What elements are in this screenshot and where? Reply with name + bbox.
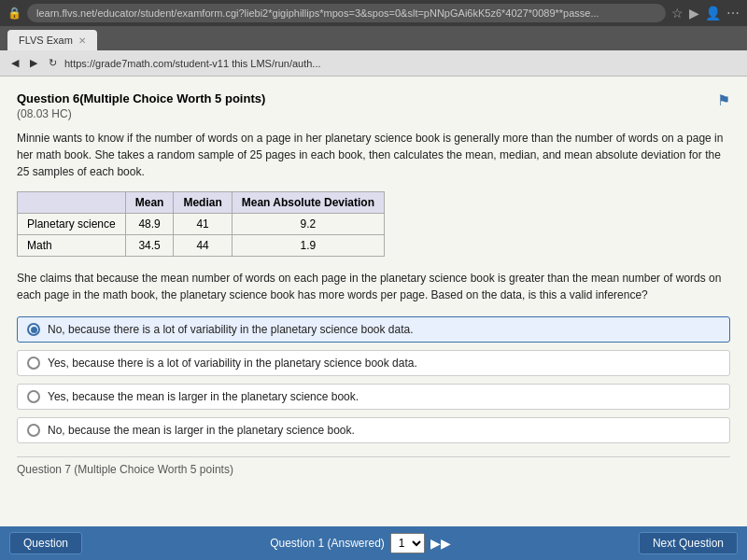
table-header-mad: Mean Absolute Deviation bbox=[232, 192, 384, 214]
table-cell-math-label: Math bbox=[18, 235, 126, 257]
question-select[interactable]: 1 bbox=[390, 533, 425, 553]
table-header-blank bbox=[18, 192, 126, 214]
profile-icon[interactable]: 👤 bbox=[705, 6, 721, 21]
next-question-btn[interactable]: Next Question bbox=[639, 532, 738, 554]
radio-b bbox=[27, 357, 40, 370]
bottom-center: Question 1 (Answered) 1 ▶▶ bbox=[270, 533, 451, 553]
pagination-icon: ▶▶ bbox=[430, 536, 451, 551]
browser-action-icons: ☆ ▶ 👤 ⋯ bbox=[671, 6, 740, 21]
question-type: (Multiple Choice Worth 5 points) bbox=[79, 91, 265, 105]
nav-url-text: https://grade7math.com/student-v11 this … bbox=[64, 58, 740, 69]
answer-text-c: Yes, because the mean is larger in the p… bbox=[48, 390, 359, 403]
table-cell-math-mad: 1.9 bbox=[232, 235, 384, 257]
table-cell-math-median: 44 bbox=[174, 235, 232, 257]
browser-chrome: 🔒 learn.flvs.net/educator/student/examfo… bbox=[0, 0, 747, 26]
question7-text: Question 7 (Multiple Choice Worth 5 poin… bbox=[17, 463, 233, 476]
table-cell-planetary-mad: 9.2 bbox=[232, 214, 384, 235]
back-btn[interactable]: ◀ bbox=[7, 55, 22, 71]
table-header-median: Median bbox=[174, 192, 232, 214]
bottom-bar: Question Question 1 (Answered) 1 ▶▶ Next… bbox=[0, 526, 747, 560]
question-subheader: (08.03 HC) bbox=[17, 107, 730, 120]
menu-icon[interactable]: ⋯ bbox=[726, 6, 740, 21]
nav-bar: ◀ ▶ ↻ https://grade7math.com/student-v11… bbox=[0, 50, 747, 77]
table-row-planetary: Planetary science 48.9 41 9.2 bbox=[18, 214, 385, 235]
radio-d bbox=[27, 424, 40, 437]
refresh-btn[interactable]: ↻ bbox=[45, 55, 61, 71]
browser-icon-lock: 🔒 bbox=[7, 7, 21, 20]
table-cell-math-mean: 34.5 bbox=[125, 235, 174, 257]
table-row-math: Math 34.5 44 1.9 bbox=[18, 235, 385, 257]
answer-choice-b[interactable]: Yes, because there is a lot of variabili… bbox=[17, 350, 730, 376]
url-text: learn.flvs.net/educator/student/examform… bbox=[36, 7, 599, 19]
table-header-mean: Mean bbox=[125, 192, 174, 214]
answer-choice-c[interactable]: Yes, because the mean is larger in the p… bbox=[17, 384, 730, 410]
answer-choice-d[interactable]: No, because the mean is larger in the pl… bbox=[17, 417, 730, 443]
arrow-icon[interactable]: ▶ bbox=[689, 6, 699, 21]
tab-label: FLVS Exam bbox=[19, 35, 73, 46]
content-area: ⚑ Question 6(Multiple Choice Worth 5 poi… bbox=[0, 77, 747, 526]
answer-text-d: No, because the mean is larger in the pl… bbox=[48, 424, 355, 437]
table-cell-planetary-mean: 48.9 bbox=[125, 214, 174, 235]
data-table: Mean Median Mean Absolute Deviation Plan… bbox=[17, 191, 385, 257]
star-icon[interactable]: ☆ bbox=[671, 6, 684, 21]
current-question-label: Question 1 (Answered) bbox=[270, 537, 385, 550]
radio-c bbox=[27, 390, 40, 403]
tab-bar: FLVS Exam ✕ bbox=[0, 26, 747, 50]
answer-choice-a[interactable]: No, because there is a lot of variabilit… bbox=[17, 316, 730, 343]
tab-close-btn[interactable]: ✕ bbox=[78, 35, 86, 46]
radio-a bbox=[27, 323, 40, 336]
inference-text: She claims that because the mean number … bbox=[17, 270, 730, 303]
url-bar[interactable]: learn.flvs.net/educator/student/examform… bbox=[27, 4, 666, 22]
active-tab[interactable]: FLVS Exam ✕ bbox=[7, 30, 97, 50]
question-number: Question 6 bbox=[17, 91, 79, 105]
question7-preview: Question 7 (Multiple Choice Worth 5 poin… bbox=[17, 456, 730, 476]
answer-text-b: Yes, because there is a lot of variabili… bbox=[48, 357, 417, 370]
question-nav-btn[interactable]: Question bbox=[9, 532, 82, 554]
answer-choices: No, because there is a lot of variabilit… bbox=[17, 316, 730, 443]
table-cell-planetary-median: 41 bbox=[174, 214, 232, 235]
table-cell-planetary-label: Planetary science bbox=[18, 214, 126, 235]
question-header: Question 6(Multiple Choice Worth 5 point… bbox=[17, 91, 730, 105]
question-text: Minnie wants to know if the number of wo… bbox=[17, 130, 730, 180]
flag-icon[interactable]: ⚑ bbox=[717, 91, 730, 109]
forward-btn[interactable]: ▶ bbox=[26, 55, 41, 71]
answer-text-a: No, because there is a lot of variabilit… bbox=[48, 323, 414, 336]
